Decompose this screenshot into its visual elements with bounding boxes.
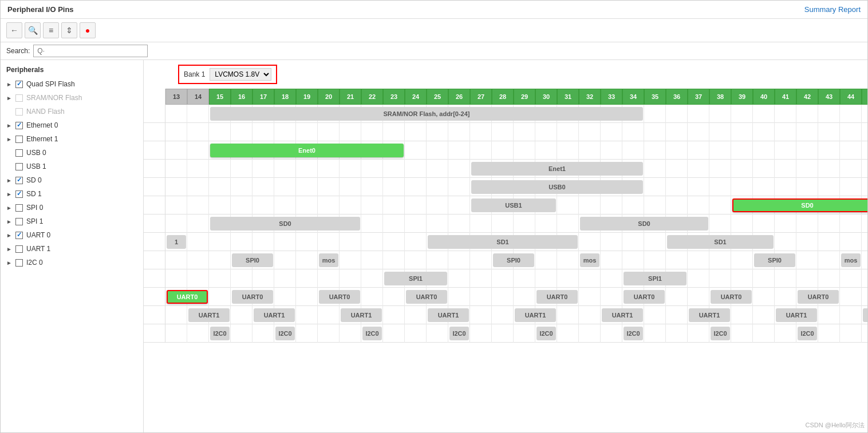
- grid-row-10: UART0UART0UART0UART0UART0UART0UART0UART0…: [144, 288, 867, 306]
- expand-icon: ►: [6, 219, 12, 225]
- span-block-USB0: USB0: [471, 180, 643, 194]
- grid-row-5: USB1SD0: [144, 196, 867, 214]
- span-block-I2C0: I2C0: [362, 327, 382, 340]
- label-usb-1: USB 1: [26, 162, 46, 170]
- sidebar-item-quad-spi-flash[interactable]: ► Quad SPI Flash: [1, 77, 143, 91]
- span-block-UART0: UART0: [167, 290, 208, 304]
- sidebar-item-usb-1[interactable]: ► USB 1: [1, 160, 143, 173]
- checkbox-quad-spi-flash[interactable]: [15, 81, 23, 88]
- span-block-mos: mos: [580, 253, 599, 267]
- grid-row-3: Enet1: [144, 160, 867, 178]
- pin-num-39: 39: [731, 89, 753, 105]
- sidebar-item-uart-0[interactable]: ► UART 0: [1, 228, 143, 242]
- filter-button[interactable]: ≡: [43, 22, 59, 38]
- expand-icon: ►: [6, 136, 12, 142]
- search-input[interactable]: [33, 45, 148, 57]
- label-sd-1: SD 1: [26, 190, 42, 198]
- bank-label: Bank 1: [184, 70, 205, 78]
- span-block-I2C0: I2C0: [275, 327, 295, 340]
- label-nand-flash: NAND Flash: [26, 108, 65, 116]
- expand-icon: ►: [6, 246, 12, 252]
- expand-icon: ►: [6, 191, 12, 197]
- grid-row-9: SPI1SPI1SPI1: [144, 269, 867, 288]
- sidebar-item-ethernet-1[interactable]: ► Ethernet 1: [1, 132, 143, 146]
- pin-num-33: 33: [601, 89, 622, 105]
- bank-voltage-select[interactable]: LVCMOS 1.8V LVCMOS 2.5V LVCMOS 3.3V: [210, 68, 271, 81]
- span-block-I2C0: I2C0: [624, 327, 643, 340]
- span-block-Enet0: Enet0: [210, 144, 404, 157]
- checkbox-ethernet-1[interactable]: [15, 136, 23, 143]
- checkbox-uart-0[interactable]: [15, 232, 23, 239]
- summary-report-link[interactable]: Summary Report: [804, 5, 861, 14]
- span-block-Enet1: Enet1: [471, 162, 643, 176]
- sidebar-item-i2c-0[interactable]: ► I2C 0: [1, 256, 143, 269]
- pin-num-38: 38: [709, 89, 731, 105]
- back-button[interactable]: ←: [6, 22, 22, 38]
- sidebar-item-spi-0[interactable]: ► SPI 0: [1, 201, 143, 214]
- label-i2c-0: I2C 0: [26, 259, 43, 267]
- pin-grid-scroll[interactable]: 1314151617181920212223242526272829303132…: [144, 89, 867, 343]
- span-block-SPI0: SPI0: [232, 253, 273, 267]
- span-block-1: 1: [167, 235, 186, 249]
- page-title: Peripheral I/O Pins: [7, 5, 74, 14]
- sidebar-item-nand-flash[interactable]: ► NAND Flash: [1, 105, 143, 118]
- pin-num-35: 35: [644, 89, 666, 105]
- sidebar-item-sd-0[interactable]: ► SD 0: [1, 173, 143, 187]
- sort-button[interactable]: ⇕: [61, 22, 77, 38]
- span-block-SD1: SD1: [428, 235, 578, 249]
- checkbox-sd-1[interactable]: [15, 190, 23, 198]
- span-block-mos: mos: [841, 253, 861, 267]
- label-quad-spi-flash: Quad SPI Flash: [26, 80, 75, 88]
- error-button[interactable]: ●: [80, 22, 96, 38]
- pin-num-32: 32: [579, 89, 601, 105]
- checkbox-sram-nor-flash[interactable]: [15, 94, 23, 102]
- toolbar: ← 🔍 ≡ ⇕ ●: [1, 19, 867, 42]
- span-block-UART1: UART1: [428, 308, 469, 322]
- search-button[interactable]: 🔍: [25, 22, 41, 38]
- grid-row-1: [144, 123, 867, 141]
- checkbox-usb-1[interactable]: [15, 163, 23, 170]
- pin-header-row: 1314151617181920212223242526272829303132…: [144, 89, 867, 105]
- pin-grid: 1314151617181920212223242526272829303132…: [144, 89, 867, 343]
- span-block-mos: mos: [319, 253, 338, 267]
- checkbox-spi-1[interactable]: [15, 218, 23, 225]
- span-block-SD1: SD1: [667, 235, 774, 249]
- sidebar-item-spi-1[interactable]: ► SPI 1: [1, 214, 143, 228]
- grid-row-11: UART1UART1UART1UART1UART1UART1UART1UART1…: [144, 306, 867, 324]
- grid-row-0: SRAM/NOR Flash, addr[0-24]: [144, 105, 867, 123]
- span-block-UART1: UART1: [515, 308, 556, 322]
- span-block-UART1: UART1: [689, 308, 730, 322]
- checkbox-sd-0[interactable]: [15, 177, 23, 184]
- checkbox-i2c-0[interactable]: [15, 259, 23, 267]
- label-usb-0: USB 0: [26, 149, 46, 157]
- checkbox-uart-1[interactable]: [15, 245, 23, 253]
- pin-num-14: 14: [187, 89, 209, 105]
- checkbox-spi-0[interactable]: [15, 204, 23, 212]
- pin-num-30: 30: [535, 89, 557, 105]
- checkbox-usb-0[interactable]: [15, 149, 23, 157]
- span-block-USB1: USB1: [471, 198, 556, 212]
- span-block-SRAM/NOR Flash, addr[0-24]: SRAM/NOR Flash, addr[0-24]: [210, 107, 643, 121]
- sidebar-item-usb-0[interactable]: ► USB 0: [1, 146, 143, 160]
- expand-icon: ►: [6, 205, 12, 211]
- span-block-UART0: UART0: [232, 290, 273, 304]
- sidebar-item-uart-1[interactable]: ► UART 1: [1, 242, 143, 256]
- grid-row-12: I2C0I2C0I2C0I2C0I2C0I2C0I2C0I2C0I2C0I2C0: [144, 324, 867, 343]
- title-bar: Peripheral I/O Pins Summary Report: [1, 1, 867, 19]
- checkbox-nand-flash[interactable]: [15, 108, 23, 116]
- sidebar-header: Peripherals: [1, 62, 143, 77]
- sidebar-item-ethernet-0[interactable]: ► Ethernet 0: [1, 118, 143, 132]
- sidebar-item-sram-nor-flash[interactable]: ► SRAM/NOR Flash: [1, 91, 143, 105]
- pin-num-16: 16: [231, 89, 252, 105]
- pin-num-23: 23: [383, 89, 405, 105]
- span-block-SD0: SD0: [210, 217, 360, 231]
- pin-num-29: 29: [514, 89, 535, 105]
- grid-row-6: SD0SD0: [144, 214, 867, 233]
- sidebar-item-sd-1[interactable]: ► SD 1: [1, 187, 143, 201]
- checkbox-ethernet-0[interactable]: [15, 122, 23, 129]
- pin-num-45: 45: [862, 89, 867, 105]
- content-area: Peripherals ► Quad SPI Flash ► SRAM/NOR …: [1, 60, 867, 432]
- span-block-I2C0: I2C0: [798, 327, 817, 340]
- span-block-SPI0: SPI0: [493, 253, 534, 267]
- pin-num-40: 40: [753, 89, 775, 105]
